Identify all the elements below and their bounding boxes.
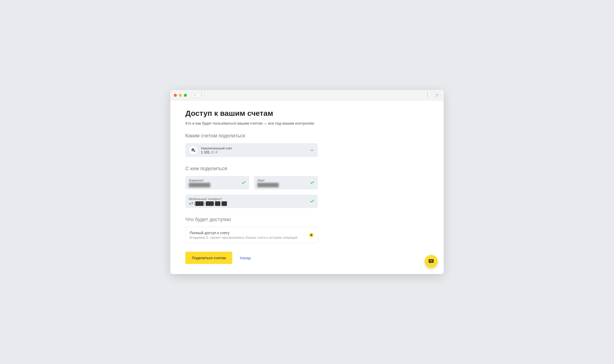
browser-window: Доступ к вашим счетам Кто и как будет по… <box>170 90 444 274</box>
phone-field[interactable]: Мобильный телефон* +7 (███) ███-██-██ <box>185 195 318 208</box>
back-button[interactable]: Назад <box>240 256 251 260</box>
surname-label: Фамилия* <box>189 178 246 182</box>
section-heading-share-with: С кем поделиться <box>185 166 429 171</box>
svg-rect-0 <box>436 95 438 97</box>
svg-point-4 <box>194 151 195 152</box>
permission-option[interactable]: Полный доступ к счету Владимир Б. сможет… <box>185 227 318 243</box>
name-value: ████████ <box>257 183 314 187</box>
name-field[interactable]: Имя* ████████ <box>254 176 318 190</box>
page-content: Доступ к вашим счетам Кто и как будет по… <box>170 101 444 274</box>
chrome-right-controls <box>424 93 440 98</box>
window-minimize-button[interactable] <box>179 94 182 97</box>
nav-back-button[interactable] <box>192 93 198 98</box>
section-heading-permissions: Что будет доступно <box>185 217 429 222</box>
share-account-button[interactable]: Поделиться счетом <box>185 252 232 264</box>
actions-row: Поделиться счетом Назад <box>185 252 429 264</box>
browser-chrome <box>170 90 444 101</box>
check-icon <box>310 180 314 185</box>
share-icon <box>426 94 429 97</box>
permission-desc: Владимир Б. сможет просматривать баланс … <box>190 236 314 239</box>
chat-fab[interactable] <box>425 255 438 268</box>
phone-label: Мобильный телефон* <box>189 197 314 201</box>
svg-rect-7 <box>430 261 433 262</box>
chevron-down-icon <box>310 148 314 152</box>
svg-rect-6 <box>430 260 433 261</box>
balance-cents: ,45 ₽ <box>210 150 218 154</box>
surname-value: ████████ <box>189 183 246 187</box>
radio-selected-icon <box>309 233 314 237</box>
coins-icon <box>191 148 196 152</box>
page-subtitle: Кто и как будет пользоваться вашим счето… <box>185 121 429 125</box>
nav-arrows <box>192 93 204 98</box>
check-icon <box>242 180 246 185</box>
account-icon <box>189 146 197 154</box>
account-select[interactable]: Накопительный счет 1 101,45 ₽ <box>185 143 318 157</box>
share-button[interactable] <box>424 93 431 98</box>
section-heading-account: Каким счетом поделиться <box>185 133 429 139</box>
check-icon <box>310 199 314 204</box>
section-share-with: С кем поделиться Фамилия* ████████ Имя* … <box>185 166 429 208</box>
window-close-button[interactable] <box>174 94 177 97</box>
chevron-right-icon <box>200 94 202 97</box>
account-text: Накопительный счет 1 101,45 ₽ <box>201 146 307 154</box>
svg-point-3 <box>192 150 194 151</box>
window-maximize-button[interactable] <box>184 94 187 97</box>
section-account-share: Каким счетом поделиться Накопительный сч… <box>185 133 429 157</box>
account-balance: 1 101,45 ₽ <box>201 150 307 154</box>
chat-icon <box>428 259 434 264</box>
tabs-button[interactable] <box>434 93 440 98</box>
svg-rect-5 <box>429 259 434 263</box>
traffic-lights <box>174 94 187 97</box>
permission-title: Полный доступ к счету <box>190 231 314 235</box>
account-label: Накопительный счет <box>201 146 307 150</box>
nav-forward-button[interactable] <box>198 93 204 98</box>
phone-value: +7 (███) ███-██-██ <box>189 201 314 206</box>
page-title: Доступ к вашим счетам <box>185 109 429 118</box>
surname-field[interactable]: Фамилия* ████████ <box>185 176 249 190</box>
section-permissions: Что будет доступно Полный доступ к счету… <box>185 217 429 243</box>
chevron-left-icon <box>194 94 196 97</box>
name-label: Имя* <box>257 178 314 182</box>
tabs-icon <box>435 94 438 97</box>
balance-main: 1 101 <box>201 150 210 154</box>
